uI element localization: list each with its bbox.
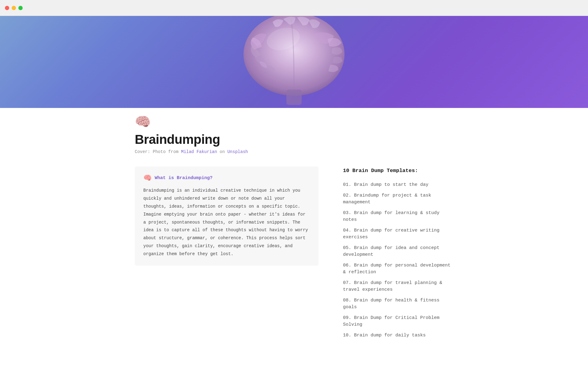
template-list-item[interactable]: 09. Brain Dump for Critical Problem Solv… <box>343 313 453 330</box>
template-list-item[interactable]: 02. Braindump for project & task managem… <box>343 190 453 208</box>
svg-rect-1 <box>286 90 302 105</box>
template-list-item[interactable]: 05. Brain dump for idea and concept deve… <box>343 243 453 260</box>
minimize-button[interactable] <box>12 6 16 10</box>
callout-header: 🧠 What is Braindumping? <box>143 174 310 182</box>
cover-credit: Cover: Photo from Milad Fakurian on Unsp… <box>135 149 453 154</box>
template-list-item[interactable]: 10. Brain dump for daily tasks <box>343 330 453 341</box>
template-list-item[interactable]: 07. Brain dump for travel planning & tra… <box>343 278 453 295</box>
browser-chrome <box>0 0 588 16</box>
templates-heading: 10 Brain Dump Templates: <box>343 168 453 174</box>
callout-brain-icon: 🧠 <box>143 174 152 182</box>
maximize-button[interactable] <box>18 6 23 10</box>
template-list: 01. Brain dump to start the day02. Brain… <box>343 180 453 341</box>
callout-box: 🧠 What is Braindumping? Braindumping is … <box>135 167 318 266</box>
close-button[interactable] <box>5 6 9 10</box>
main-columns: 🧠 What is Braindumping? Braindumping is … <box>135 167 453 359</box>
platform-link[interactable]: Unsplash <box>227 149 248 154</box>
cover-credit-prefix: Cover: Photo from <box>135 149 181 154</box>
template-list-item[interactable]: 03. Brain dump for learning & study note… <box>343 208 453 225</box>
template-list-item[interactable]: 04. Brain dump for creative writing exer… <box>343 225 453 243</box>
callout-body: Braindumping is an individual creative t… <box>143 187 310 258</box>
page-title: Braindumping <box>135 132 453 147</box>
template-list-item[interactable]: 08. Brain dump for health & fitness goal… <box>343 295 453 313</box>
photographer-link[interactable]: Milad Fakurian <box>181 149 217 154</box>
page-content: 🧠 Braindumping Cover: Photo from Milad F… <box>110 108 478 359</box>
cover-image <box>0 16 588 108</box>
brain-illustration <box>230 16 358 108</box>
cover-credit-on: on <box>217 149 228 154</box>
template-list-item[interactable]: 06. Brain dump for personal development … <box>343 260 453 278</box>
callout-title: What is Braindumping? <box>155 175 213 181</box>
right-column: 10 Brain Dump Templates: 01. Brain dump … <box>343 167 453 341</box>
left-column: 🧠 What is Braindumping? Braindumping is … <box>135 167 318 266</box>
page-icon: 🧠 <box>135 114 151 129</box>
template-list-item[interactable]: 01. Brain dump to start the day <box>343 180 453 190</box>
page-icon-area: 🧠 <box>135 108 453 132</box>
